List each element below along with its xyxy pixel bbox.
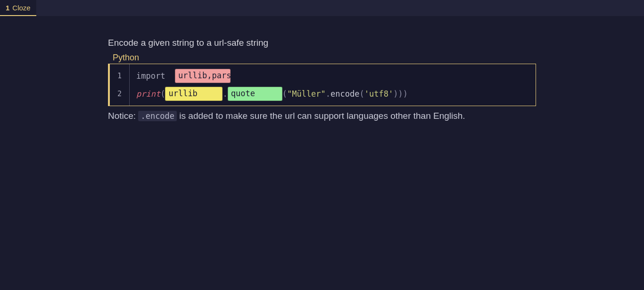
notice-text: Notice: .encode is added to make sure th… [108,111,536,121]
code-language-label: Python [113,53,536,63]
code-block: 1 2 import urllib,pars print(urllib.quot… [108,64,536,106]
cloze-field-2[interactable]: urllib [165,87,223,101]
notice-lead: Notice: [108,111,138,121]
line-number: 1 [110,67,129,85]
keyword-import: import [136,71,170,81]
line-number: 2 [110,85,129,103]
cloze-field-1[interactable]: urllib,pars [175,69,231,83]
cloze-field-3[interactable]: quote [228,87,282,101]
tab-cloze[interactable]: 1 Cloze [0,0,36,16]
dot: . [326,89,330,99]
tab-number: 1 [6,4,9,12]
line-gutter: 1 2 [110,64,130,106]
paren-open: ( [360,89,364,99]
dot: . [223,89,227,99]
paren-open: ( [160,89,165,99]
method-encode: encode [330,89,359,99]
paren-close: ))) [393,89,408,99]
code-lines: import urllib,pars print(urllib.quote("M… [130,64,536,106]
inline-code: .encode [138,111,177,121]
code-line-2: print(urllib.quote("Müller".encode('utf8… [136,85,536,103]
string-literal: 'utf8' [364,89,393,99]
code-line-1: import urllib,pars [136,67,536,85]
card-prompt: Encode a given string to a url-safe stri… [108,38,536,48]
notice-rest: is added to make sure the url can suppor… [177,111,465,121]
keyword-print: print [136,89,160,99]
content-area: Encode a given string to a url-safe stri… [0,16,644,121]
tab-label: Cloze [12,4,30,12]
paren-open: ( [282,89,287,99]
tab-bar: 1 Cloze [0,0,644,16]
string-literal: "Müller" [287,89,326,99]
